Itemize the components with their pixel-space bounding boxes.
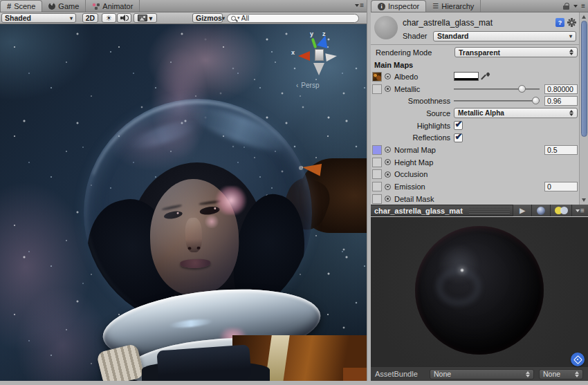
assetbundle-variant-value: None [543, 370, 560, 378]
updown-icon [569, 49, 573, 55]
smoothness-slider[interactable] [454, 96, 540, 106]
tab-scene[interactable]: # Scene [0, 0, 42, 12]
scrollbar-down-icon[interactable] [582, 198, 586, 202]
metallic-slider-handle[interactable] [518, 85, 526, 93]
tab-hierarchy[interactable]: ☰ Hierarchy [426, 0, 481, 12]
material-preview-thumb[interactable] [374, 16, 398, 39]
preview-play-button[interactable]: ▶ [513, 205, 531, 216]
detail-mask-texture-thumb[interactable] [372, 194, 382, 204]
gizmo-center-cube[interactable] [315, 49, 324, 61]
draw-mode-dropdown[interactable]: Shaded ▾ [1, 13, 76, 23]
asset-labels-icon[interactable] [571, 353, 585, 366]
tab-game[interactable]: Game [42, 0, 86, 12]
gizmo-y-axis[interactable] [311, 38, 317, 49]
rendering-mode-row: Rendering Mode Transparent [371, 46, 579, 58]
updown-icon [569, 110, 573, 116]
lights-icon [555, 207, 568, 214]
scene-effects-dropdown[interactable]: ▾ [134, 13, 157, 23]
sun-icon: ☀ [106, 15, 113, 22]
divider [371, 44, 579, 45]
height-map-target-icon[interactable] [385, 159, 391, 165]
gizmo-neg-axis-down[interactable] [313, 63, 324, 75]
search-input[interactable] [241, 14, 345, 22]
tab-inspector-label: Inspector [388, 2, 419, 10]
assetbundle-row: AssetBundle None None [371, 366, 588, 381]
gizmo-persp-toggle[interactable]: ‹ Persp [296, 82, 319, 89]
preview-mesh-button[interactable] [531, 205, 550, 216]
scene-viewport[interactable]: x y z ‹ Persp [0, 24, 367, 381]
emission-texture-thumb[interactable] [372, 182, 382, 191]
gear-icon[interactable] [567, 18, 576, 27]
shader-dropdown[interactable]: Standard ▾ [433, 31, 576, 41]
metallic-target-icon[interactable] [385, 86, 391, 92]
2d-toggle-button[interactable]: 2D [82, 13, 98, 23]
sphere-reflection-ring [436, 267, 481, 306]
preview-header[interactable]: char_astrella_glass_mat ▶ ≡ [371, 205, 588, 216]
preview-lighting-button[interactable] [550, 205, 571, 216]
detail-mask-target-icon[interactable] [385, 196, 391, 202]
persp-chevron-icon: ‹ [296, 82, 298, 89]
emission-target-icon[interactable] [385, 184, 391, 190]
rendering-mode-value: Transparent [459, 48, 500, 57]
search-icon [231, 16, 236, 21]
reflections-checkbox[interactable]: ✔ [454, 133, 463, 142]
metallic-label: Metallic [394, 85, 420, 93]
eyedropper-icon[interactable] [481, 72, 490, 81]
lock-icon[interactable] [563, 3, 570, 10]
metallic-slider[interactable] [454, 84, 540, 94]
shader-value: Standard [437, 32, 469, 40]
smoothness-value-field[interactable]: 0.96 [544, 96, 578, 106]
scene-orientation-gizmo[interactable]: x y z ‹ Persp [293, 33, 344, 93]
scene-audio-toggle[interactable] [117, 13, 131, 23]
albedo-color-swatch[interactable] [454, 72, 479, 81]
preview-menu-button[interactable]: ≡ [571, 205, 588, 216]
chevron-down-icon: ▾ [70, 15, 73, 21]
animator-icon [92, 3, 100, 10]
albedo-texture-thumb[interactable] [372, 72, 382, 82]
gizmo-x-label: x [291, 49, 295, 56]
occlusion-texture-thumb[interactable] [372, 169, 382, 179]
inspector-pane-menu[interactable]: ≡ [563, 3, 585, 10]
normal-map-value-field[interactable]: 0.5 [544, 145, 578, 155]
help-icon[interactable]: ? [555, 18, 564, 27]
smoothness-label: Smoothness [408, 97, 450, 105]
occlusion-label: Occlusion [394, 170, 428, 178]
tab-scene-label: Scene [14, 2, 35, 10]
material-preview-area[interactable] [371, 217, 588, 366]
source-dropdown[interactable]: Metallic Alpha [454, 108, 578, 118]
gizmos-dropdown[interactable]: Gizmos ▾ [192, 13, 223, 23]
scene-toolbar: Shaded ▾ 2D ☀ ▾ Gizmos ▾ ▾ [0, 12, 367, 24]
height-map-texture-thumb[interactable] [372, 158, 382, 167]
tab-inspector[interactable]: i Inspector [371, 0, 426, 12]
smoothness-slider-handle[interactable] [532, 97, 540, 104]
gizmo-x-axis[interactable] [298, 51, 310, 61]
inspector-scrollbar[interactable] [579, 12, 588, 205]
preview-drag-handle[interactable] [469, 208, 510, 214]
normal-map-target-icon[interactable] [385, 147, 391, 153]
info-icon: i [378, 3, 385, 10]
game-icon [48, 3, 55, 10]
pane-menu-icon[interactable] [573, 5, 578, 8]
tab-animator[interactable]: Animator [86, 0, 140, 12]
metallic-texture-thumb[interactable] [372, 84, 382, 94]
highlights-checkbox[interactable]: ✔ [454, 121, 463, 130]
source-value: Metallic Alpha [458, 109, 504, 117]
scene-pane-menu-icon[interactable]: ≡ [355, 3, 364, 8]
assetbundle-variant-dropdown[interactable]: None [539, 369, 583, 379]
scrollbar-thumb[interactable] [581, 21, 587, 137]
scrollbar-up-icon[interactable] [582, 15, 586, 19]
normal-map-texture-thumb[interactable] [372, 145, 382, 155]
scene-search-field[interactable]: ▾ [227, 14, 359, 23]
albedo-target-icon[interactable] [385, 73, 391, 79]
suit-orange-corner [343, 368, 367, 381]
highlights-label: Highlights [417, 122, 450, 130]
reflections-row: Reflections ✔ [371, 131, 579, 144]
pane-menu-lines-icon: ≡ [581, 3, 585, 9]
assetbundle-dropdown[interactable]: None [430, 369, 534, 379]
emission-value-field[interactable]: 0 [544, 182, 578, 191]
scene-lighting-toggle[interactable]: ☀ [102, 13, 116, 23]
rendering-mode-dropdown[interactable]: Transparent [454, 47, 578, 57]
occlusion-target-icon[interactable] [385, 171, 391, 178]
gizmo-neg-axis-right[interactable] [325, 52, 338, 62]
metallic-value-field[interactable]: 0.80000 [544, 84, 578, 94]
